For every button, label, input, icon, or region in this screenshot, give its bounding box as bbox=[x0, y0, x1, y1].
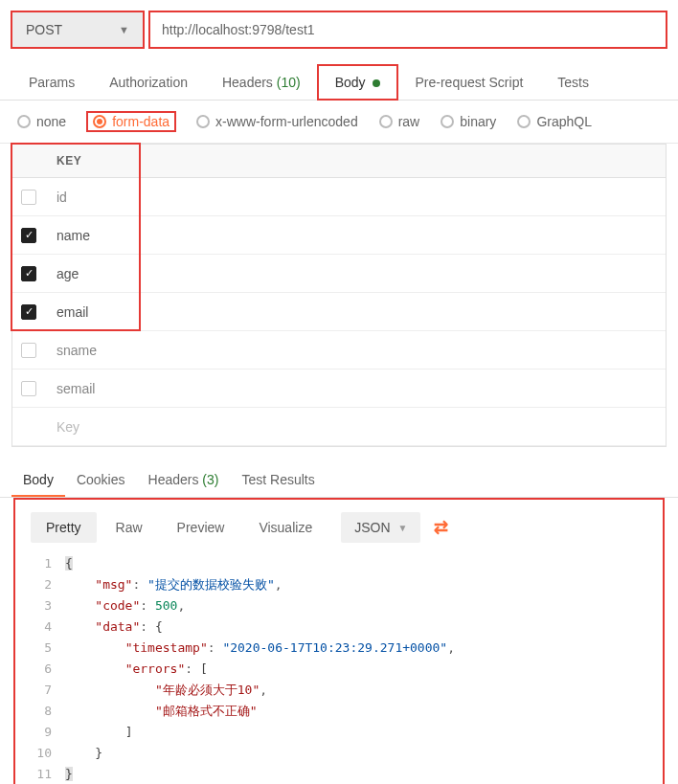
radio-none-label: none bbox=[36, 114, 66, 129]
view-visualize-button[interactable]: Visualize bbox=[243, 512, 328, 543]
line-number: 7 bbox=[29, 680, 65, 701]
tab-headers-count: (10) bbox=[277, 75, 301, 90]
line-number: 5 bbox=[29, 638, 65, 659]
radio-urlencoded-label: x-www-form-urlencoded bbox=[215, 114, 358, 129]
line-number: 8 bbox=[29, 701, 65, 722]
code-token: } bbox=[65, 767, 73, 781]
radio-binary-label: binary bbox=[460, 114, 496, 129]
table-row[interactable]: semail bbox=[12, 370, 666, 408]
http-method-value: POST bbox=[26, 22, 62, 37]
line-number: 6 bbox=[29, 659, 65, 680]
response-tabs: Body Cookies Headers (3) Test Results bbox=[0, 459, 678, 498]
http-method-select[interactable]: POST ▼ bbox=[11, 11, 144, 48]
radio-none[interactable]: none bbox=[17, 114, 66, 129]
key-cell[interactable]: name bbox=[45, 220, 666, 251]
table-row[interactable]: ✓ age bbox=[12, 255, 666, 293]
body-type-radios: none form-data x-www-form-urlencoded raw… bbox=[0, 101, 678, 144]
tab-body[interactable]: Body bbox=[318, 65, 398, 100]
line-number: 2 bbox=[29, 574, 65, 595]
table-row[interactable]: sname bbox=[12, 331, 666, 370]
radio-urlencoded[interactable]: x-www-form-urlencoded bbox=[196, 114, 358, 129]
key-cell[interactable]: sname bbox=[45, 335, 666, 366]
line-number: 10 bbox=[29, 743, 65, 764]
code-token: "data" bbox=[95, 619, 140, 634]
line-number: 4 bbox=[29, 616, 65, 638]
code-token: "errors" bbox=[125, 661, 186, 676]
radio-graphql-label: GraphQL bbox=[536, 114, 592, 129]
key-cell[interactable]: id bbox=[45, 182, 666, 213]
radio-icon bbox=[196, 115, 210, 128]
table-row[interactable]: ✓ name bbox=[12, 216, 666, 255]
radio-icon bbox=[441, 115, 454, 128]
row-checkbox[interactable]: ✓ bbox=[21, 228, 36, 243]
key-cell[interactable]: age bbox=[45, 258, 666, 289]
response-panel: Pretty Raw Preview Visualize JSON ▼ ⇄ 1{… bbox=[13, 498, 665, 784]
row-checkbox[interactable]: ✓ bbox=[21, 304, 36, 320]
table-row[interactable]: ✓ email bbox=[12, 293, 666, 331]
radio-binary[interactable]: binary bbox=[441, 114, 496, 129]
key-cell[interactable]: semail bbox=[45, 373, 666, 404]
code-token: "msg" bbox=[95, 577, 132, 592]
chevron-down-icon: ▼ bbox=[119, 24, 129, 35]
resp-tab-headers-count: (3) bbox=[202, 472, 218, 487]
code-token: "code" bbox=[95, 598, 140, 613]
line-number: 1 bbox=[29, 553, 65, 574]
resp-tab-cookies[interactable]: Cookies bbox=[65, 464, 137, 497]
code-token: { bbox=[65, 556, 73, 571]
response-toolbar: Pretty Raw Preview Visualize JSON ▼ ⇄ bbox=[15, 502, 663, 553]
table-header: KEY bbox=[12, 144, 666, 178]
code-token: "提交的数据校验失败" bbox=[147, 577, 275, 592]
radio-form-data-label: form-data bbox=[112, 114, 170, 129]
tab-body-label: Body bbox=[335, 75, 366, 90]
radio-graphql[interactable]: GraphQL bbox=[517, 114, 592, 129]
tab-params[interactable]: Params bbox=[11, 65, 92, 100]
key-cell[interactable]: email bbox=[45, 297, 666, 327]
resp-tab-body[interactable]: Body bbox=[11, 464, 65, 497]
view-preview-button[interactable]: Preview bbox=[162, 512, 240, 543]
language-select[interactable]: JSON ▼ bbox=[341, 512, 420, 543]
view-pretty-button[interactable]: Pretty bbox=[31, 512, 97, 543]
col-key-header: KEY bbox=[45, 145, 666, 177]
url-value: http://localhost:9798/test1 bbox=[162, 22, 315, 37]
url-input[interactable]: http://localhost:9798/test1 bbox=[149, 11, 667, 48]
radio-icon bbox=[517, 115, 531, 128]
code-token: 500 bbox=[155, 598, 177, 613]
code-token: [ bbox=[200, 661, 208, 676]
language-value: JSON bbox=[354, 520, 390, 535]
view-raw-button[interactable]: Raw bbox=[101, 512, 158, 543]
chevron-down-icon: ▼ bbox=[398, 523, 408, 533]
row-checkbox[interactable] bbox=[21, 343, 36, 358]
tab-tests[interactable]: Tests bbox=[540, 65, 606, 100]
tab-authorization[interactable]: Authorization bbox=[92, 65, 205, 100]
line-number: 3 bbox=[29, 595, 65, 616]
wrap-lines-icon[interactable]: ⇄ bbox=[424, 511, 458, 544]
resp-tab-headers[interactable]: Headers (3) bbox=[137, 464, 231, 497]
radio-icon bbox=[93, 115, 106, 128]
line-number: 9 bbox=[29, 722, 65, 743]
row-checkbox[interactable] bbox=[21, 381, 36, 396]
row-checkbox[interactable]: ✓ bbox=[21, 266, 36, 281]
tab-headers-label: Headers bbox=[222, 75, 273, 90]
table-row-new[interactable]: Key bbox=[12, 408, 666, 446]
radio-icon bbox=[379, 115, 393, 128]
form-data-table: KEY id ✓ name ✓ age ✓ email sname semail… bbox=[11, 144, 667, 447]
tab-headers[interactable]: Headers (10) bbox=[205, 65, 318, 100]
radio-raw-label: raw bbox=[398, 114, 420, 129]
radio-form-data[interactable]: form-data bbox=[87, 112, 175, 131]
dot-icon bbox=[373, 79, 380, 87]
code-token: "2020-06-17T10:23:29.271+0000" bbox=[222, 640, 447, 655]
radio-icon bbox=[17, 115, 31, 128]
key-placeholder[interactable]: Key bbox=[45, 412, 666, 442]
code-token: ] bbox=[125, 725, 133, 739]
table-row[interactable]: id bbox=[12, 178, 666, 216]
radio-raw[interactable]: raw bbox=[379, 114, 420, 129]
code-token: "年龄必须大于10" bbox=[155, 683, 260, 697]
response-code[interactable]: 1{ 2 "msg": "提交的数据校验失败", 3 "code": 500, … bbox=[29, 553, 649, 784]
request-tabs: Params Authorization Headers (10) Body P… bbox=[0, 56, 678, 101]
resp-tab-testresults[interactable]: Test Results bbox=[230, 464, 326, 497]
code-token: { bbox=[155, 619, 163, 634]
code-token: } bbox=[95, 746, 102, 760]
row-checkbox[interactable] bbox=[21, 190, 36, 205]
tab-prerequest[interactable]: Pre-request Script bbox=[397, 65, 540, 100]
line-number: 11 bbox=[29, 764, 65, 784]
